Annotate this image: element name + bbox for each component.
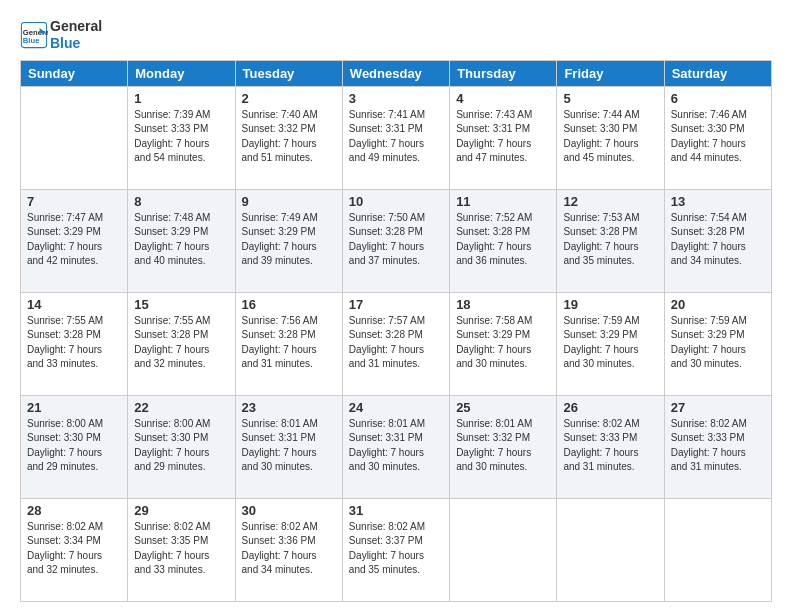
calendar-cell: 25Sunrise: 8:01 AMSunset: 3:32 PMDayligh… xyxy=(450,395,557,498)
day-info: Sunrise: 7:58 AMSunset: 3:29 PMDaylight:… xyxy=(456,314,550,372)
day-info: Sunrise: 7:44 AMSunset: 3:30 PMDaylight:… xyxy=(563,108,657,166)
calendar-cell: 18Sunrise: 7:58 AMSunset: 3:29 PMDayligh… xyxy=(450,292,557,395)
day-number: 30 xyxy=(242,503,336,518)
day-number: 5 xyxy=(563,91,657,106)
day-info: Sunrise: 7:39 AMSunset: 3:33 PMDaylight:… xyxy=(134,108,228,166)
day-number: 28 xyxy=(27,503,121,518)
day-number: 27 xyxy=(671,400,765,415)
day-number: 19 xyxy=(563,297,657,312)
day-number: 17 xyxy=(349,297,443,312)
day-info: Sunrise: 7:52 AMSunset: 3:28 PMDaylight:… xyxy=(456,211,550,269)
day-info: Sunrise: 8:00 AMSunset: 3:30 PMDaylight:… xyxy=(27,417,121,475)
day-info: Sunrise: 7:40 AMSunset: 3:32 PMDaylight:… xyxy=(242,108,336,166)
day-info: Sunrise: 8:02 AMSunset: 3:33 PMDaylight:… xyxy=(671,417,765,475)
day-info: Sunrise: 7:41 AMSunset: 3:31 PMDaylight:… xyxy=(349,108,443,166)
calendar-header-friday: Friday xyxy=(557,60,664,86)
calendar-cell: 11Sunrise: 7:52 AMSunset: 3:28 PMDayligh… xyxy=(450,189,557,292)
day-number: 16 xyxy=(242,297,336,312)
day-info: Sunrise: 7:57 AMSunset: 3:28 PMDaylight:… xyxy=(349,314,443,372)
calendar-cell: 10Sunrise: 7:50 AMSunset: 3:28 PMDayligh… xyxy=(342,189,449,292)
calendar-cell: 12Sunrise: 7:53 AMSunset: 3:28 PMDayligh… xyxy=(557,189,664,292)
day-info: Sunrise: 7:54 AMSunset: 3:28 PMDaylight:… xyxy=(671,211,765,269)
calendar-cell: 27Sunrise: 8:02 AMSunset: 3:33 PMDayligh… xyxy=(664,395,771,498)
day-number: 29 xyxy=(134,503,228,518)
day-info: Sunrise: 8:02 AMSunset: 3:34 PMDaylight:… xyxy=(27,520,121,578)
calendar-week-3: 14Sunrise: 7:55 AMSunset: 3:28 PMDayligh… xyxy=(21,292,772,395)
day-number: 18 xyxy=(456,297,550,312)
day-number: 24 xyxy=(349,400,443,415)
svg-text:Blue: Blue xyxy=(23,36,40,45)
calendar-cell: 2Sunrise: 7:40 AMSunset: 3:32 PMDaylight… xyxy=(235,86,342,189)
calendar-cell: 31Sunrise: 8:02 AMSunset: 3:37 PMDayligh… xyxy=(342,498,449,601)
calendar-header-monday: Monday xyxy=(128,60,235,86)
day-number: 23 xyxy=(242,400,336,415)
calendar-header-sunday: Sunday xyxy=(21,60,128,86)
day-info: Sunrise: 7:43 AMSunset: 3:31 PMDaylight:… xyxy=(456,108,550,166)
calendar-week-4: 21Sunrise: 8:00 AMSunset: 3:30 PMDayligh… xyxy=(21,395,772,498)
calendar-cell: 23Sunrise: 8:01 AMSunset: 3:31 PMDayligh… xyxy=(235,395,342,498)
calendar-cell: 24Sunrise: 8:01 AMSunset: 3:31 PMDayligh… xyxy=(342,395,449,498)
calendar-week-5: 28Sunrise: 8:02 AMSunset: 3:34 PMDayligh… xyxy=(21,498,772,601)
calendar-cell: 4Sunrise: 7:43 AMSunset: 3:31 PMDaylight… xyxy=(450,86,557,189)
day-info: Sunrise: 7:46 AMSunset: 3:30 PMDaylight:… xyxy=(671,108,765,166)
day-number: 2 xyxy=(242,91,336,106)
calendar-header-tuesday: Tuesday xyxy=(235,60,342,86)
day-info: Sunrise: 7:47 AMSunset: 3:29 PMDaylight:… xyxy=(27,211,121,269)
day-number: 3 xyxy=(349,91,443,106)
calendar-cell: 3Sunrise: 7:41 AMSunset: 3:31 PMDaylight… xyxy=(342,86,449,189)
day-number: 13 xyxy=(671,194,765,209)
day-number: 14 xyxy=(27,297,121,312)
calendar-header-wednesday: Wednesday xyxy=(342,60,449,86)
calendar-cell: 30Sunrise: 8:02 AMSunset: 3:36 PMDayligh… xyxy=(235,498,342,601)
day-info: Sunrise: 7:53 AMSunset: 3:28 PMDaylight:… xyxy=(563,211,657,269)
calendar-cell xyxy=(557,498,664,601)
day-info: Sunrise: 8:00 AMSunset: 3:30 PMDaylight:… xyxy=(134,417,228,475)
day-number: 1 xyxy=(134,91,228,106)
day-info: Sunrise: 8:02 AMSunset: 3:33 PMDaylight:… xyxy=(563,417,657,475)
day-number: 6 xyxy=(671,91,765,106)
day-info: Sunrise: 7:50 AMSunset: 3:28 PMDaylight:… xyxy=(349,211,443,269)
calendar-cell: 13Sunrise: 7:54 AMSunset: 3:28 PMDayligh… xyxy=(664,189,771,292)
calendar-cell: 7Sunrise: 7:47 AMSunset: 3:29 PMDaylight… xyxy=(21,189,128,292)
calendar-cell: 29Sunrise: 8:02 AMSunset: 3:35 PMDayligh… xyxy=(128,498,235,601)
calendar-cell: 21Sunrise: 8:00 AMSunset: 3:30 PMDayligh… xyxy=(21,395,128,498)
day-info: Sunrise: 7:55 AMSunset: 3:28 PMDaylight:… xyxy=(134,314,228,372)
calendar-cell: 19Sunrise: 7:59 AMSunset: 3:29 PMDayligh… xyxy=(557,292,664,395)
logo-general: General xyxy=(50,18,102,35)
calendar-cell: 6Sunrise: 7:46 AMSunset: 3:30 PMDaylight… xyxy=(664,86,771,189)
day-number: 25 xyxy=(456,400,550,415)
calendar-cell: 26Sunrise: 8:02 AMSunset: 3:33 PMDayligh… xyxy=(557,395,664,498)
day-info: Sunrise: 7:49 AMSunset: 3:29 PMDaylight:… xyxy=(242,211,336,269)
day-info: Sunrise: 7:59 AMSunset: 3:29 PMDaylight:… xyxy=(671,314,765,372)
day-info: Sunrise: 8:02 AMSunset: 3:36 PMDaylight:… xyxy=(242,520,336,578)
day-info: Sunrise: 7:55 AMSunset: 3:28 PMDaylight:… xyxy=(27,314,121,372)
day-number: 21 xyxy=(27,400,121,415)
day-info: Sunrise: 7:56 AMSunset: 3:28 PMDaylight:… xyxy=(242,314,336,372)
calendar-cell: 22Sunrise: 8:00 AMSunset: 3:30 PMDayligh… xyxy=(128,395,235,498)
day-number: 22 xyxy=(134,400,228,415)
day-number: 10 xyxy=(349,194,443,209)
calendar-cell: 17Sunrise: 7:57 AMSunset: 3:28 PMDayligh… xyxy=(342,292,449,395)
logo-blue: Blue xyxy=(50,35,102,52)
day-info: Sunrise: 8:01 AMSunset: 3:31 PMDaylight:… xyxy=(242,417,336,475)
page: General Blue General Blue SundayMondayTu… xyxy=(0,0,792,612)
day-number: 31 xyxy=(349,503,443,518)
calendar-cell: 5Sunrise: 7:44 AMSunset: 3:30 PMDaylight… xyxy=(557,86,664,189)
calendar: SundayMondayTuesdayWednesdayThursdayFrid… xyxy=(20,60,772,602)
calendar-cell: 9Sunrise: 7:49 AMSunset: 3:29 PMDaylight… xyxy=(235,189,342,292)
day-number: 4 xyxy=(456,91,550,106)
day-number: 9 xyxy=(242,194,336,209)
calendar-cell: 16Sunrise: 7:56 AMSunset: 3:28 PMDayligh… xyxy=(235,292,342,395)
day-number: 8 xyxy=(134,194,228,209)
day-number: 7 xyxy=(27,194,121,209)
calendar-cell: 14Sunrise: 7:55 AMSunset: 3:28 PMDayligh… xyxy=(21,292,128,395)
calendar-cell: 28Sunrise: 8:02 AMSunset: 3:34 PMDayligh… xyxy=(21,498,128,601)
day-info: Sunrise: 7:48 AMSunset: 3:29 PMDaylight:… xyxy=(134,211,228,269)
day-info: Sunrise: 7:59 AMSunset: 3:29 PMDaylight:… xyxy=(563,314,657,372)
logo: General Blue General Blue xyxy=(20,18,102,52)
day-number: 20 xyxy=(671,297,765,312)
calendar-cell xyxy=(450,498,557,601)
calendar-cell xyxy=(664,498,771,601)
day-info: Sunrise: 8:01 AMSunset: 3:31 PMDaylight:… xyxy=(349,417,443,475)
calendar-header-saturday: Saturday xyxy=(664,60,771,86)
